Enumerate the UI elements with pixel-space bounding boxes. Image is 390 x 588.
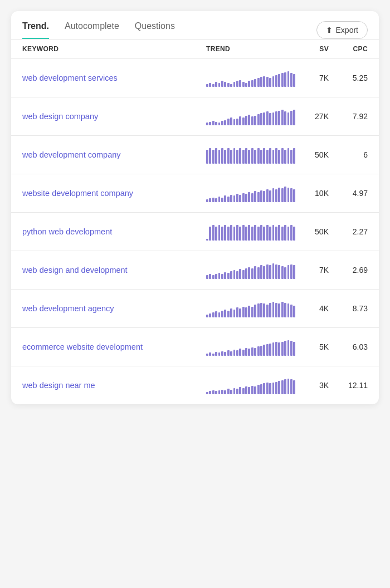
trend-bar [233,350,236,356]
trend-bar [212,390,214,394]
trend-bar [260,265,262,279]
trend-bar [266,225,269,241]
trend-bar [224,390,226,394]
col-sv: SV [295,45,329,53]
trend-bar [278,150,280,164]
table-row: python web development50K2.27 [11,212,379,251]
table-header: KEYWORD TREND SV CPC [11,39,379,58]
trend-bar [215,274,217,279]
cpc-value: 7.92 [329,112,368,121]
trend-bar [215,352,217,356]
sv-value: 5K [295,342,329,351]
trend-bar [236,271,238,279]
trend-bar [284,187,286,202]
cpc-value: 12.11 [329,381,368,390]
trend-bar [254,191,256,202]
trend-bar [275,227,277,241]
trend-bar [224,310,226,317]
trend-bar [263,76,265,87]
trend-bar [272,342,275,356]
trend-bar [236,81,238,87]
cpc-value: 2.27 [329,227,368,236]
export-button[interactable]: ⬆ Export [316,21,368,39]
trend-bar [287,379,290,394]
table-row: web development agency4K8.73 [11,289,379,327]
trend-bar [272,302,275,317]
trend-bar [209,198,211,202]
sv-value: 10K [295,189,329,198]
trend-bar [224,120,226,125]
keyword-link[interactable]: website development company [22,189,206,198]
trend-bar [230,195,232,202]
trend-bar [212,312,214,317]
trend-bar [224,272,226,279]
trend-bar [242,193,245,202]
trend-bar [239,349,241,356]
trend-bar [245,116,247,125]
trend-bar [248,150,250,164]
trend-bar [284,267,286,279]
trend-bar [218,352,221,356]
tab-autocomplete[interactable]: Autocomplete [65,21,119,39]
trend-bar [239,116,241,125]
main-card: Trend. Autocomplete Questions ⬆ Export K… [11,11,379,404]
keyword-link[interactable]: web development agency [22,304,206,313]
trend-bar [251,386,254,394]
trend-bar [206,315,208,317]
trend-bar [290,341,292,356]
trend-bar [287,303,290,317]
trend-bar [242,117,245,125]
trend-bar [212,150,214,164]
trend-bar [230,308,232,317]
trend-bar [230,84,232,87]
table-row: ecommerce website development5K6.03 [11,327,379,366]
trend-bar [206,122,208,125]
trend-bar [251,268,254,279]
trend-bar [209,227,211,241]
keyword-link[interactable]: ecommerce website development [22,342,206,351]
trend-bar [287,112,290,125]
trend-bar [218,312,221,317]
trend-bar [242,307,245,317]
tabs-left: Trend. Autocomplete Questions [22,21,175,39]
keyword-link[interactable]: web development services [22,74,206,82]
keyword-link[interactable]: web design near me [22,381,206,390]
trend-bar [236,119,238,125]
trend-bar [272,383,275,394]
trend-bar [284,72,286,87]
trend-bar [218,225,221,241]
trend-bar [284,303,286,317]
sv-value: 7K [295,266,329,275]
trend-bar [218,122,221,125]
trend-bar [290,150,292,164]
table-body: web development services7K5.25web design… [11,58,379,404]
cpc-value: 2.69 [329,266,368,275]
trend-bar [290,73,292,87]
trend-chart [206,338,295,356]
tab-questions[interactable]: Questions [135,21,175,39]
trend-bar [257,78,260,87]
trend-bar [257,192,260,202]
trend-bar [278,381,280,394]
keyword-link[interactable]: web design and development [22,266,206,275]
keyword-link[interactable]: web development company [22,150,206,159]
keyword-link[interactable]: python web development [22,227,206,236]
trend-bar [224,352,226,356]
keyword-link[interactable]: web design company [22,112,206,121]
trend-bar [257,385,260,394]
tab-trend[interactable]: Trend. [22,21,49,39]
trend-bar [212,225,214,241]
trend-bar [275,382,277,394]
trend-bar [245,148,247,164]
trend-bar [218,150,221,164]
trend-bar [290,379,292,394]
trend-bar [221,390,223,394]
trend-bar [287,71,290,87]
trend-bar [212,121,214,125]
trend-bar [224,150,226,164]
trend-bar [278,265,280,279]
trend-bar [272,112,275,125]
trend-bar [224,82,226,87]
sv-value: 50K [295,227,329,236]
trend-bar [254,150,256,164]
